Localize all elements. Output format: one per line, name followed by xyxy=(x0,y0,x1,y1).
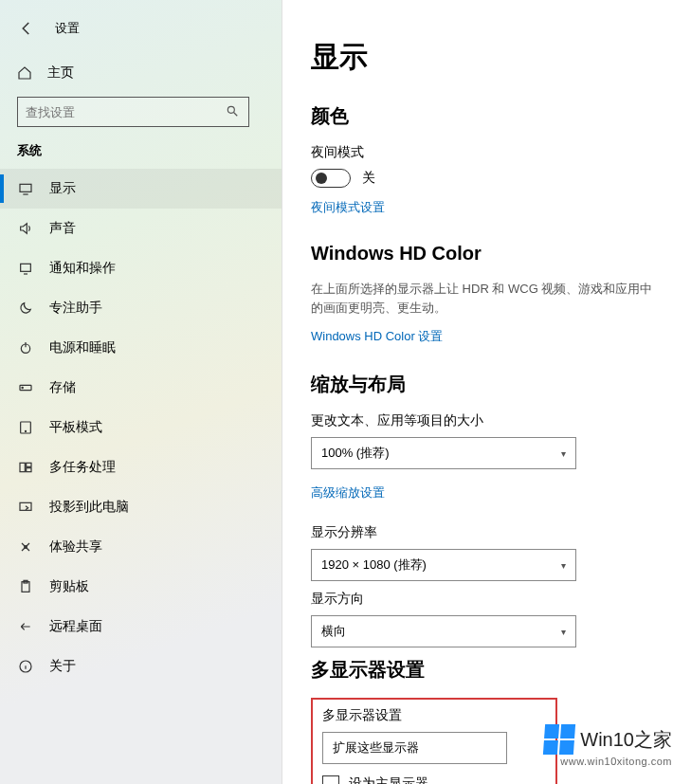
header-back-row: 设置 xyxy=(0,9,282,47)
nav-item-tablet[interactable]: 平板模式 xyxy=(0,408,282,447)
night-mode-state: 关 xyxy=(362,170,375,187)
project-icon xyxy=(17,499,34,516)
share-icon xyxy=(17,538,34,556)
nav-item-about[interactable]: 关于 xyxy=(0,647,282,686)
header-title: 设置 xyxy=(55,20,80,37)
watermark: Win10之家 www.win10xitong.com xyxy=(544,724,672,767)
nav-item-notifications[interactable]: 通知和操作 xyxy=(0,248,282,288)
svg-rect-2 xyxy=(21,264,31,271)
nav-label: 存储 xyxy=(49,379,76,396)
night-mode-settings-link[interactable]: 夜间模式设置 xyxy=(311,199,385,216)
svg-point-5 xyxy=(22,387,23,388)
nav-item-power[interactable]: 电源和睡眠 xyxy=(0,328,282,368)
nav-label: 投影到此电脑 xyxy=(49,499,129,516)
group-scale-title: 缩放与布局 xyxy=(311,372,663,397)
search-input[interactable] xyxy=(26,105,226,119)
svg-point-7 xyxy=(25,430,26,431)
monitor-icon xyxy=(17,180,34,197)
scale-value: 100% (推荐) xyxy=(321,445,390,462)
chevron-down-icon: ▾ xyxy=(561,627,566,637)
resolution-value: 1920 × 1080 (推荐) xyxy=(321,556,427,574)
multitask-icon xyxy=(17,459,34,476)
svg-rect-1 xyxy=(20,184,31,191)
nav-list: 显示 声音 通知和操作 专注助手 电源和睡眠 存储 xyxy=(0,169,282,784)
back-button[interactable] xyxy=(15,17,38,40)
scale-label: 更改文本、应用等项目的大小 xyxy=(311,412,663,429)
nav-item-storage[interactable]: 存储 xyxy=(0,368,282,408)
moon-icon xyxy=(17,300,34,317)
windows-logo-icon xyxy=(543,724,575,755)
nav-item-display[interactable]: 显示 xyxy=(0,169,282,209)
speaker-icon xyxy=(17,220,34,237)
nav-label: 剪贴板 xyxy=(49,578,89,595)
scale-dropdown[interactable]: 100% (推荐) ▾ xyxy=(311,437,576,469)
group-color-title: 颜色 xyxy=(311,103,663,129)
tablet-icon xyxy=(17,419,34,436)
group-hdcolor-title: Windows HD Color xyxy=(311,243,663,264)
hdcolor-link[interactable]: Windows HD Color 设置 xyxy=(311,328,443,345)
search-wrap xyxy=(0,91,282,127)
night-mode-label: 夜间模式 xyxy=(311,144,663,161)
multi-display-dropdown[interactable]: 扩展这些显示器 xyxy=(322,732,507,764)
group-multi-title: 多显示器设置 xyxy=(311,657,663,683)
notification-icon xyxy=(17,260,34,277)
nav-item-focus[interactable]: 专注助手 xyxy=(0,288,282,328)
info-icon xyxy=(17,658,34,675)
nav-label: 多任务处理 xyxy=(49,459,116,476)
svg-rect-10 xyxy=(27,468,31,472)
sidebar: 设置 主页 系统 显示 声音 xyxy=(0,0,282,784)
primary-display-checkbox[interactable] xyxy=(322,775,339,784)
resolution-label: 显示分辨率 xyxy=(311,524,663,541)
orientation-dropdown[interactable]: 横向 ▾ xyxy=(311,615,576,647)
search-box[interactable] xyxy=(17,97,249,127)
nav-label: 平板模式 xyxy=(49,419,102,436)
resolution-dropdown[interactable]: 1920 × 1080 (推荐) ▾ xyxy=(311,549,576,581)
highlighted-box: 多显示器设置 扩展这些显示器 设为主显示器 xyxy=(311,698,557,784)
primary-display-label: 设为主显示器 xyxy=(349,775,428,784)
nav-label: 显示 xyxy=(49,180,76,197)
home-label: 主页 xyxy=(47,64,74,82)
nav-item-sound[interactable]: 声音 xyxy=(0,209,282,248)
clipboard-icon xyxy=(17,578,34,595)
power-icon xyxy=(17,339,34,356)
nav-item-projecting[interactable]: 投影到此电脑 xyxy=(0,487,282,527)
primary-display-row: 设为主显示器 xyxy=(322,775,546,784)
remote-icon xyxy=(17,618,34,635)
orientation-label: 显示方向 xyxy=(311,591,663,608)
adv-scale-link[interactable]: 高级缩放设置 xyxy=(311,484,385,501)
home-nav[interactable]: 主页 xyxy=(0,55,282,91)
nav-label: 专注助手 xyxy=(49,300,102,317)
multi-display-value: 扩展这些显示器 xyxy=(333,739,419,757)
toggle-knob xyxy=(316,173,327,184)
watermark-url: www.win10xitong.com xyxy=(544,756,672,767)
nav-label: 关于 xyxy=(49,658,76,675)
main-content: 显示 颜色 夜间模式 关 夜间模式设置 Windows HD Color 在上面… xyxy=(282,0,691,784)
nav-item-clipboard[interactable]: 剪贴板 xyxy=(0,567,282,607)
page-title: 显示 xyxy=(311,38,663,77)
storage-icon xyxy=(17,379,34,396)
orientation-value: 横向 xyxy=(321,623,346,640)
nav-item-multitask[interactable]: 多任务处理 xyxy=(0,447,282,487)
section-label: 系统 xyxy=(0,127,282,169)
nav-label: 通知和操作 xyxy=(49,260,116,277)
svg-rect-8 xyxy=(20,463,25,471)
nav-item-remote[interactable]: 远程桌面 xyxy=(0,607,282,647)
nav-item-shared[interactable]: 体验共享 xyxy=(0,527,282,567)
nav-label: 体验共享 xyxy=(49,538,102,556)
night-mode-toggle[interactable] xyxy=(311,169,351,188)
nav-label: 声音 xyxy=(49,220,76,237)
multi-dd-label: 多显示器设置 xyxy=(322,707,546,724)
chevron-down-icon: ▾ xyxy=(561,560,566,571)
nav-label: 电源和睡眠 xyxy=(49,339,116,356)
arrow-left-icon xyxy=(18,20,35,37)
nav-label: 远程桌面 xyxy=(49,618,102,635)
search-icon xyxy=(226,104,241,119)
night-mode-toggle-row: 关 xyxy=(311,169,663,188)
svg-point-0 xyxy=(227,106,234,113)
svg-rect-9 xyxy=(27,463,31,466)
home-icon xyxy=(17,65,34,81)
chevron-down-icon: ▾ xyxy=(561,448,566,459)
hdcolor-desc: 在上面所选择的显示器上让 HDR 和 WCG 视频、游戏和应用中的画面更明亮、更… xyxy=(311,280,663,317)
watermark-brand: Win10之家 xyxy=(580,727,672,753)
